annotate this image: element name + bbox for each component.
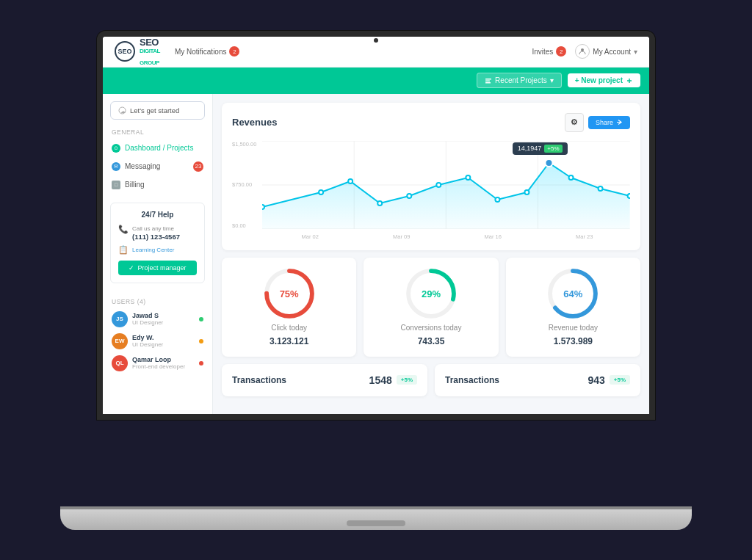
project-manager-button[interactable]: ✓ Project manager (118, 261, 197, 275)
billing-icon: □ (112, 181, 120, 189)
recent-projects-button[interactable]: Recent Projects ▾ (477, 73, 562, 88)
card-header: Revenues ⚙ Share (232, 113, 630, 132)
svg-point-25 (628, 194, 630, 198)
metric-card-conversions: 29% Conversions today 743.35 (364, 258, 498, 357)
transaction-badge-1: +5% (397, 375, 417, 385)
svg-point-19 (466, 175, 471, 180)
logo-text: SEO DIGITAL GROUP (140, 35, 160, 67)
transaction-card-2: Transactions 943 +5% (435, 364, 640, 396)
learning-center-area[interactable]: 📋 Learning Center (118, 245, 197, 255)
tooltip-box: 14,1947 +5% (513, 142, 568, 155)
user-status-jawad (199, 317, 203, 321)
user-avatar-jawad: JS (112, 311, 128, 327)
transaction-badge-2: +5% (610, 375, 630, 385)
donut-clicks: 75% (264, 268, 315, 319)
svg-point-14 (319, 190, 323, 194)
new-project-button[interactable]: + New project (568, 73, 640, 87)
user-item-qamar: QL Qamar Loop Front-end developer (112, 355, 203, 371)
get-started-label: Let's get started (130, 106, 179, 114)
donut-label-clicks: 75% (280, 288, 299, 299)
chart-svg-container: 14,1947 +5% (262, 141, 630, 230)
invites-badge: 2 (556, 46, 566, 57)
invites-label: Invites (532, 48, 553, 56)
metric-name-revenue: Revenue today (549, 324, 598, 332)
user-role-qamar: Front-end developer (132, 363, 195, 370)
metric-card-clicks: 75% Click today 3.123.121 (222, 258, 356, 357)
logo: SEO SEO DIGITAL GROUP (115, 35, 160, 68)
help-phone-number: (111) 123-4567 (132, 233, 180, 241)
green-toolbar: Recent Projects ▾ + New project (103, 68, 649, 94)
transaction-label-1: Transactions (232, 375, 286, 385)
dashboard: Revenues ⚙ Share (213, 94, 649, 414)
user-name-qamar: Qamar Loop (132, 356, 195, 363)
x-label-mar16: Mar 16 (485, 233, 502, 240)
revenue-title: Revenues (232, 117, 277, 128)
card-actions: ⚙ Share (565, 113, 630, 132)
invites-area[interactable]: Invites 2 (532, 46, 566, 57)
account-icon (575, 44, 590, 59)
tooltip-badge: +5% (544, 145, 562, 153)
laptop-camera (374, 38, 378, 43)
billing-label: Billing (125, 181, 145, 189)
svg-point-20 (496, 197, 500, 202)
revenue-card: Revenues ⚙ Share (222, 103, 640, 250)
donut-revenue: 64% (547, 268, 599, 319)
svg-rect-2 (485, 80, 490, 81)
chart-tooltip: 14,1947 +5% (513, 142, 568, 155)
user-name-edy: Edy W. (132, 334, 195, 341)
messaging-icon: ✉ (112, 162, 120, 171)
dashboard-label: Dashboard / Projects (125, 144, 193, 152)
transactions-row: Transactions 1548 +5% Transactions 943 +… (222, 364, 640, 396)
sidebar-item-dashboard[interactable]: ⊙ Dashboard / Projects (103, 139, 212, 157)
x-label-mar23: Mar 23 (576, 233, 593, 240)
user-avatar-qamar: QL (112, 355, 128, 371)
y-label-0: $0.00 (232, 222, 256, 229)
svg-rect-3 (485, 82, 491, 84)
dashboard-icon: ⊙ (112, 144, 120, 153)
user-item-edy: EW Edy W. UI Designer (112, 333, 203, 349)
messaging-badge: 23 (193, 161, 203, 172)
account-label: My Account (593, 48, 631, 56)
y-label-1500: $1,500.00 (232, 141, 256, 148)
metric-value-clicks: 3.123.121 (270, 336, 308, 346)
chart-svg (262, 141, 630, 229)
svg-point-13 (262, 205, 264, 209)
user-status-qamar (199, 361, 203, 366)
user-name-jawad: Jawad S (132, 312, 195, 319)
y-label-750: $750.00 (232, 181, 256, 188)
y-axis: $1,500.00 $750.00 $0.00 (232, 141, 259, 229)
sidebar-item-messaging[interactable]: ✉ Messaging 23 (103, 157, 212, 176)
svg-point-16 (378, 201, 383, 206)
svg-point-18 (437, 183, 441, 187)
svg-point-15 (349, 179, 353, 183)
help-section: 24/7 Help 📞 Call us any time (111) 123-4… (110, 203, 205, 283)
metrics-row: 75% Click today 3.123.121 (222, 258, 640, 357)
help-title: 24/7 Help (118, 211, 197, 219)
learning-icon: 📋 (118, 245, 129, 255)
nav-right: Invites 2 My Account ▾ (532, 44, 637, 59)
account-area[interactable]: My Account ▾ (575, 44, 637, 59)
sidebar: ☁ Let's get started GENERAL ⊙ Dashboard … (103, 94, 213, 414)
tooltip-value: 14,1947 (518, 145, 542, 152)
main-content: ☁ Let's get started GENERAL ⊙ Dashboard … (103, 94, 649, 414)
transaction-label-2: Transactions (445, 375, 499, 385)
user-role-edy: UI Designer (132, 341, 195, 348)
share-button[interactable]: Share (588, 116, 630, 129)
metric-name-clicks: Click today (271, 324, 307, 332)
check-icon: ✓ (129, 264, 134, 272)
help-call-text: Call us any time (132, 225, 180, 233)
donut-label-revenue: 64% (563, 288, 582, 299)
svg-point-0 (581, 48, 584, 51)
chart-settings-button[interactable]: ⚙ (565, 113, 584, 132)
get-started-button[interactable]: ☁ Let's get started (110, 101, 205, 120)
help-phone-area: 📞 Call us any time (111) 123-4567 (118, 225, 197, 241)
notifications-area[interactable]: My Notifications 2 (175, 46, 240, 57)
user-role-jawad: UI Designer (132, 319, 195, 326)
metric-name-conversions: Conversions today (401, 324, 462, 332)
svg-rect-1 (485, 79, 491, 80)
sidebar-item-billing[interactable]: □ Billing (103, 176, 212, 194)
phone-icon: 📞 (118, 225, 129, 234)
x-label-mar09: Mar 09 (393, 233, 410, 240)
share-label: Share (596, 119, 613, 126)
metric-card-revenue: 64% Revenue today 1.573.989 (506, 258, 640, 357)
